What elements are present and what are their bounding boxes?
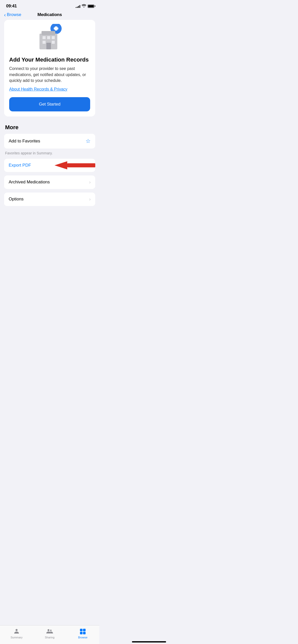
star-icon: ☆ (86, 138, 91, 144)
export-pdf-label: Export PDF (9, 163, 31, 168)
back-chevron-icon: ‹ (4, 12, 6, 17)
archived-medications-label: Archived Medications (9, 180, 50, 185)
add-to-favorites-item[interactable]: Add to Favorites ☆ (4, 134, 95, 149)
page-title: Medications (37, 12, 62, 17)
hospital-illustration (9, 20, 90, 52)
wifi-icon (82, 4, 86, 8)
status-time: 09:41 (6, 4, 17, 9)
battery-icon (88, 5, 94, 8)
medication-records-card: Add Your Medication Records Connect to y… (4, 20, 95, 116)
back-button[interactable]: ‹ Browse (4, 12, 21, 17)
status-bar: 09:41 (0, 0, 99, 10)
signal-icon (76, 5, 80, 8)
more-section-header: More (0, 122, 99, 134)
svg-rect-7 (52, 36, 55, 39)
back-label: Browse (7, 12, 21, 17)
privacy-link[interactable]: About Health Records & Privacy (9, 87, 90, 92)
svg-rect-8 (43, 41, 46, 44)
favorites-hint: Favorites appear in Summary. (0, 150, 99, 159)
status-icons (76, 4, 94, 8)
export-pdf-container: Export PDF (4, 159, 95, 172)
options-chevron-icon: › (89, 197, 91, 202)
export-pdf-item[interactable]: Export PDF (4, 159, 95, 172)
nav-bar: ‹ Browse Medications (0, 10, 99, 20)
svg-rect-2 (54, 27, 58, 30)
svg-rect-4 (42, 31, 55, 35)
svg-rect-6 (47, 36, 50, 39)
card-description: Connect to your provider to see past med… (9, 66, 90, 83)
archived-medications-item[interactable]: Archived Medications › (4, 175, 95, 189)
scroll-content: Add Your Medication Records Connect to y… (0, 20, 99, 230)
svg-rect-10 (46, 43, 51, 49)
archived-chevron-icon: › (89, 180, 91, 185)
svg-rect-5 (43, 36, 46, 39)
options-label: Options (9, 197, 24, 202)
options-item[interactable]: Options › (4, 193, 95, 206)
svg-rect-9 (52, 41, 55, 44)
favorites-label: Add to Favorites (9, 139, 40, 144)
get-started-button[interactable]: Get Started (9, 97, 90, 111)
card-title: Add Your Medication Records (9, 56, 90, 63)
